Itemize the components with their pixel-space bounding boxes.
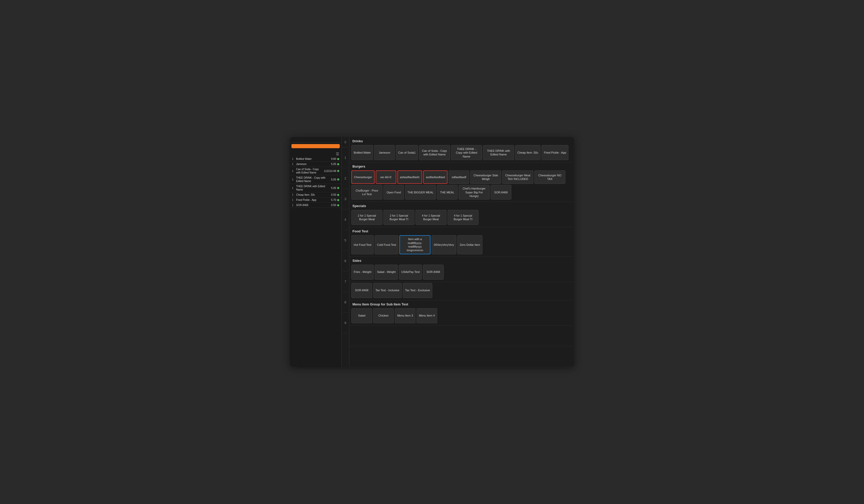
menu-item-button[interactable]: Cheeseburger NO TAX: [534, 170, 565, 184]
menu-content: DrinksBottled WaterJamesonCan of Soda1Ca…: [349, 137, 574, 367]
order-item[interactable]: 1 THEE DRINK with Edited Name 5.05: [290, 184, 341, 192]
order-item[interactable]: 1 SOR-8468 0.50: [290, 203, 341, 208]
menu-item-button[interactable]: Can of Soda - Copy with Edited Name: [419, 145, 450, 160]
menu-icon: ☰: [336, 152, 339, 156]
menu-item-button[interactable]: Salad: [351, 308, 372, 323]
item-indicator: [337, 199, 339, 201]
app-container: ☰ 1 Bottled Water 9.80 1 Jameson 5.05 1 …: [290, 137, 574, 367]
section-header: Sides: [349, 257, 574, 263]
menu-item-button[interactable]: Menu Item 4: [417, 308, 437, 323]
menu-item-button[interactable]: sdfasdfasdf: [448, 170, 469, 184]
item-price: 0.50: [331, 193, 336, 196]
item-qty: 1: [292, 187, 295, 189]
row-num-2: 2: [341, 168, 349, 189]
menu-item-button[interactable]: Menu Item 3: [395, 308, 416, 323]
menu-item-button[interactable]: 2 for 1 Special Burger Meal TI: [383, 210, 415, 225]
item-price: 0.50: [331, 204, 336, 207]
item-name: SOR-8468: [295, 204, 331, 207]
menu-item-button[interactable]: Tax Test - Inclusive: [373, 283, 402, 298]
order-item[interactable]: 1 Fried Pickle - App 5.70: [290, 197, 341, 203]
menu-item-button[interactable]: Fried Pickle - App: [542, 145, 568, 160]
item-indicator: [337, 170, 339, 172]
order-item[interactable]: 1 Can of Soda - Copy with Edited Name 11…: [290, 167, 341, 175]
menu-item-button[interactable]: Salad - Weight: [375, 265, 398, 280]
menu-item-button[interactable]: Cheap Item .50c: [515, 145, 541, 160]
row-num-9: 9: [341, 313, 349, 333]
left-header: [290, 137, 341, 143]
item-name: THEE DRINK with Edited Name: [295, 185, 331, 191]
order-item[interactable]: 1 Jameson 5.05: [290, 162, 341, 167]
row-num-8: 8: [341, 292, 349, 313]
menu-item-button[interactable]: THEE DRINK with Edited Name: [483, 145, 514, 160]
section-food-test: Food TestHot Food TestCold Food TestItem…: [349, 227, 574, 256]
menu-item-button[interactable]: 2 for 1 Special Burger Meal: [351, 210, 382, 225]
menu-item-button[interactable]: Cheeseburger: [351, 170, 375, 184]
menu-item-button[interactable]: Chicken: [373, 308, 394, 323]
menu-item-button[interactable]: Cheeseburger Meal TAX INCLUDED: [502, 170, 533, 184]
menu-item-button[interactable]: Cheeseburger Side Weigh: [470, 170, 501, 184]
item-indicator: [337, 187, 339, 189]
menu-item-button[interactable]: THEE DRINK - Copy with Edited Name: [451, 145, 482, 160]
section-sub-item-test: Menu Item Group for Sub Item TestSaladCh…: [349, 300, 574, 325]
section-header: Burgers: [349, 162, 574, 169]
menu-item-button[interactable]: SOR-8468: [351, 283, 372, 298]
menu-item-button[interactable]: ChzBurger - Price Lvl Test: [351, 185, 382, 200]
item-qty: 1: [292, 158, 295, 160]
item-price: 5.05: [331, 178, 336, 181]
item-name: Fried Pickle - App: [295, 198, 331, 202]
section-items: SaladChickenMenu Item 3Menu Item 4: [349, 307, 574, 325]
menu-item-button[interactable]: 4 for 1 Special Burger Meal TI: [447, 210, 479, 225]
item-qty: 1: [292, 193, 295, 196]
menu-item-button[interactable]: asdfasfasdfasd: [423, 170, 447, 184]
order-item[interactable]: 1 Bottled Water 9.80: [290, 157, 341, 162]
item-qty: 1: [292, 163, 295, 165]
menu-item-button[interactable]: THE MEAL: [437, 185, 458, 200]
menu-item-button[interactable]: Tax Test - Exclusive: [403, 283, 432, 298]
menu-item-button[interactable]: USAePay Test: [399, 265, 422, 280]
menu-item-button[interactable]: Can of Soda1: [396, 145, 418, 160]
menu-item-button[interactable]: we did it!: [376, 170, 396, 184]
row-num-4: 4: [341, 209, 349, 230]
section-items: SOR-8468Tax Test - InclusiveTax Test - E…: [349, 282, 574, 300]
item-price: 5.70: [331, 199, 336, 201]
menu-item-button[interactable]: Item with a reallllllyyyy-reallllllyyyy …: [399, 235, 430, 254]
menu-item-button[interactable]: Chef's Hamburger Super Big For Hungry: [459, 185, 490, 200]
menu-item-button[interactable]: 00VeryVeryVery: [431, 235, 456, 254]
item-indicator: [337, 179, 339, 181]
menu-item-button[interactable]: 4 for 1 Special Burger Meal: [416, 210, 446, 225]
menu-item-button[interactable]: SOR-8468: [491, 185, 511, 200]
menu-item-button[interactable]: Hot Food Test: [351, 235, 374, 254]
item-price: 9.80: [331, 158, 336, 160]
section-items: Fries - WeightSalad - WeightUSAePay Test…: [349, 263, 574, 282]
section-items: Cheeseburgerwe did it!asfasdfasdfasfcasd…: [349, 169, 574, 202]
row-num-5: 5: [341, 230, 349, 251]
menu-item-button[interactable]: Jameson: [374, 145, 395, 160]
menu-item-button[interactable]: Cold Food Test: [375, 235, 398, 254]
section-header: Menu Item Group for Sub Item Test: [349, 300, 574, 307]
menu-item-button[interactable]: SOR-8468: [423, 265, 444, 280]
item-name: THEE DRINK - Copy with Edited Name: [295, 176, 331, 183]
section-header: Food Test: [349, 227, 574, 234]
item-name: Cheap Item .50c: [295, 193, 331, 196]
section-sides2: SOR-8468Tax Test - InclusiveTax Test - E…: [349, 282, 574, 300]
section-header: Drinks: [349, 137, 574, 144]
section-burgers: BurgersCheeseburgerwe did it!asfasdfasdf…: [349, 162, 574, 202]
item-indicator: [337, 204, 339, 206]
test-order-button[interactable]: [291, 144, 340, 148]
menu-item-button[interactable]: Fries - Weight: [351, 265, 374, 280]
item-qty: 1: [292, 204, 295, 207]
item-qty: 1: [292, 199, 295, 201]
order-item[interactable]: 1 THEE DRINK - Copy with Edited Name 5.0…: [290, 175, 341, 184]
section-sides: SidesFries - WeightSalad - WeightUSAePay…: [349, 257, 574, 282]
menu-item-button[interactable]: THE BIGGER MEAL: [405, 185, 436, 200]
item-qty: 1: [292, 170, 295, 172]
item-qty: 1: [292, 178, 295, 181]
order-item[interactable]: 1 Cheap Item .50c 0.50: [290, 192, 341, 197]
menu-item-button[interactable]: Bottled Water: [351, 145, 373, 160]
menu-item-button[interactable]: asfasdfasdfasfc: [397, 170, 422, 184]
menu-item-button[interactable]: Open Food: [383, 185, 404, 200]
item-price: 5.05: [331, 187, 336, 189]
item-name: Bottled Water: [295, 157, 331, 161]
item-price: 5.05: [331, 163, 336, 165]
menu-item-button[interactable]: Zero Dollar Item: [457, 235, 482, 254]
